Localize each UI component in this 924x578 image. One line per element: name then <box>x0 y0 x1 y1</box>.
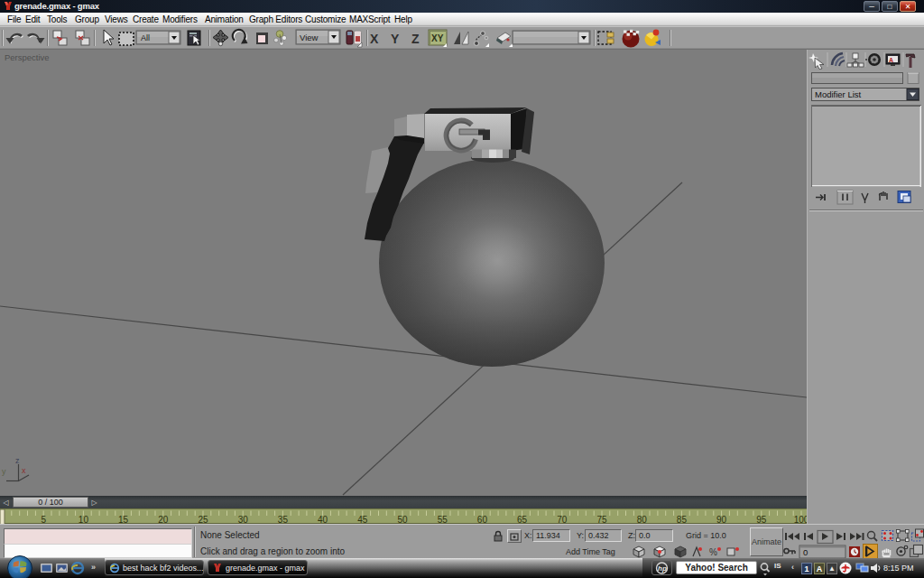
svg-text:x: x <box>22 466 26 475</box>
svg-text:z: z <box>15 456 20 465</box>
svg-text:Modifier List: Modifier List <box>815 89 862 99</box>
svg-text:Z: Z <box>411 32 420 46</box>
svg-text:View: View <box>300 33 319 42</box>
svg-text:A: A <box>889 57 893 63</box>
svg-text:%: % <box>709 547 717 557</box>
svg-text:»: » <box>91 563 96 572</box>
svg-text:X: X <box>370 32 379 46</box>
svg-text:All: All <box>141 33 150 42</box>
svg-text:0: 0 <box>803 547 808 557</box>
svg-text:y: y <box>2 467 6 476</box>
svg-text:Y: Y <box>391 32 400 46</box>
svg-text:hp: hp <box>658 564 667 573</box>
svg-text:Perspective: Perspective <box>5 52 50 62</box>
svg-text:XY: XY <box>431 33 444 43</box>
